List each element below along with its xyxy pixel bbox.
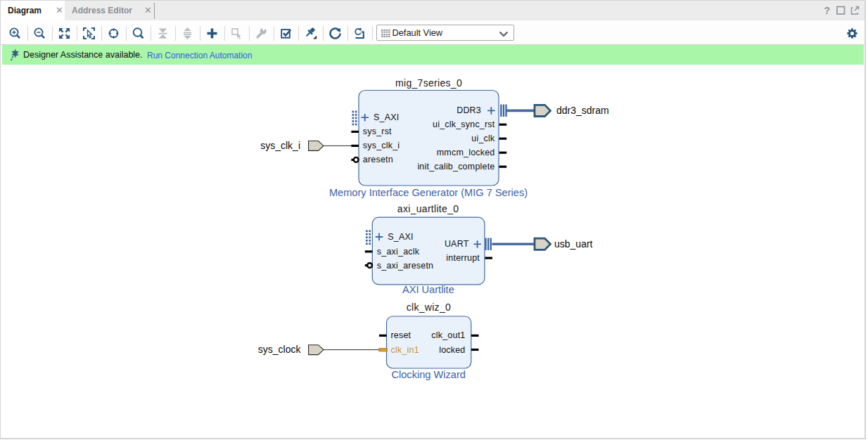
svg-text:S_AXI: S_AXI (388, 232, 413, 242)
svg-text:?: ? (824, 5, 831, 16)
svg-text:clk_out1: clk_out1 (431, 330, 465, 340)
svg-text:Clocking Wizard: Clocking Wizard (391, 369, 465, 380)
svg-text:clk_wiz_0: clk_wiz_0 (407, 302, 451, 313)
svg-text:UART: UART (445, 239, 469, 249)
svg-text:sys_clk_i: sys_clk_i (260, 140, 300, 151)
svg-text:Memory Interface Generator (MI: Memory Interface Generator (MIG 7 Series… (329, 187, 528, 198)
svg-text:s_axi_aresetn: s_axi_aresetn (377, 261, 433, 271)
svg-text:DDR3: DDR3 (457, 105, 481, 115)
svg-text:init_calib_complete: init_calib_complete (417, 162, 494, 172)
svg-text:s_axi_aclk: s_axi_aclk (377, 247, 420, 257)
svg-text:ddr3_sdram: ddr3_sdram (556, 105, 609, 116)
svg-text:ui_clk: ui_clk (471, 134, 495, 143)
svg-text:mmcm_locked: mmcm_locked (437, 148, 495, 157)
svg-text:sys_rst: sys_rst (363, 127, 392, 136)
svg-text:mig_7series_0: mig_7series_0 (395, 77, 462, 89)
svg-text:interrupt: interrupt (446, 253, 480, 263)
svg-text:sys_clk_i: sys_clk_i (363, 141, 400, 150)
svg-text:clk_in1: clk_in1 (391, 345, 419, 355)
svg-text:axi_uartlite_0: axi_uartlite_0 (397, 203, 459, 214)
svg-text:aresetn: aresetn (363, 155, 393, 164)
svg-text:reset: reset (391, 330, 411, 340)
svg-text:ui_clk_sync_rst: ui_clk_sync_rst (433, 119, 495, 129)
svg-text:S_AXI: S_AXI (374, 112, 399, 122)
svg-text:sys_clock: sys_clock (258, 344, 302, 355)
svg-text:AXI Uartlite: AXI Uartlite (402, 284, 454, 295)
svg-text:locked: locked (439, 345, 465, 355)
svg-text:usb_uart: usb_uart (554, 238, 593, 250)
